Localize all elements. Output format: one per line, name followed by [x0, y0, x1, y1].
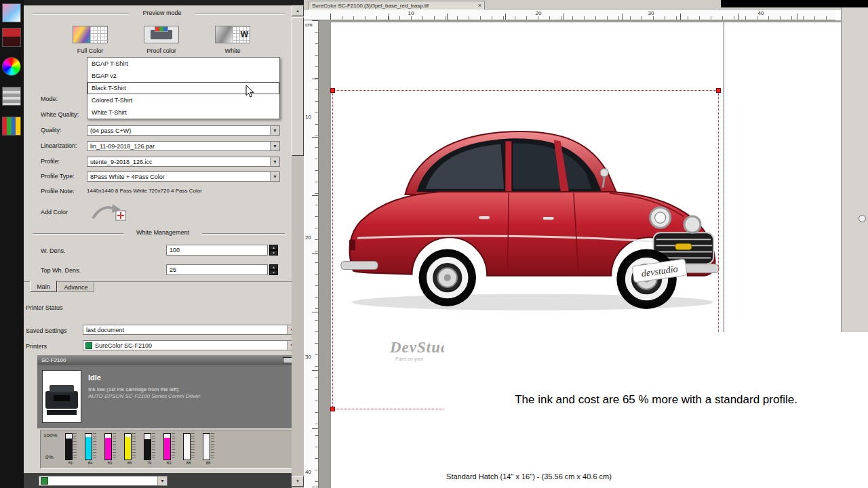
ink-scale-ticks: [172, 433, 175, 460]
add-color-label: Add Color: [41, 209, 68, 216]
circle-icon[interactable]: [859, 215, 866, 222]
green-swatch-icon: [41, 477, 48, 485]
selection-handle[interactable]: [330, 88, 335, 93]
printer-icon: [283, 357, 292, 363]
ink-level-label: 79: [147, 461, 152, 465]
printer-photo: [42, 370, 81, 423]
full-color-preview-button[interactable]: [73, 26, 108, 43]
ink-scale-ticks: [152, 433, 155, 460]
profile-value: utente_9-2018_126.icc: [87, 159, 270, 165]
profile-type-select[interactable]: 8Pass White + 4Pass Color ▼: [87, 171, 280, 182]
ink-scale-ticks: [191, 433, 195, 460]
panel-top-strip: [24, 0, 304, 5]
profile-type-value: 8Pass White + 4Pass Color: [87, 174, 270, 180]
image-tool-icon[interactable]: [2, 28, 21, 47]
ink-level-label: 83: [167, 461, 172, 465]
proof-color-label: Proof color: [144, 47, 179, 54]
photo-tool-icon[interactable]: [2, 3, 21, 22]
ink-channel: 88: [201, 433, 216, 465]
white-management-title: White Management: [123, 229, 202, 236]
printer-state-detail: Ink low (1st ink cartridge from the left…: [88, 386, 178, 392]
linearization-value: lin_11-09-2018_126.par: [87, 143, 270, 150]
proof-color-preview-button[interactable]: [144, 26, 179, 43]
printers-value: SureColor SC-F2100: [92, 342, 287, 349]
grayscale-thumbnail-icon: [216, 26, 233, 43]
profile-note-label: Profile Note:: [41, 188, 75, 195]
dropdown-item[interactable]: BGAP T-Shirt: [87, 58, 279, 70]
ink-scale-top: 100%: [43, 432, 57, 439]
palette-tool-icon[interactable]: [2, 117, 21, 136]
top-right-black-bar: [721, 0, 868, 7]
chevron-down-icon[interactable]: ▼: [270, 172, 279, 181]
spin-up-icon[interactable]: ▲: [269, 245, 278, 250]
ink-channel: 81: [63, 433, 78, 465]
full-color-thumbnail-icon: [73, 26, 90, 43]
v-ruler-tick: 10: [305, 114, 317, 120]
ink-channel: 79: [142, 433, 157, 465]
printer-state: Idle: [88, 373, 101, 382]
ink-scale-ticks: [211, 433, 214, 460]
saved-settings-select[interactable]: last document ▼: [83, 325, 297, 335]
ink-channel: 88: [181, 433, 196, 465]
white-preview-button[interactable]: W: [215, 26, 250, 43]
top-wh-dens-spinner[interactable]: ▲ ▼: [269, 264, 278, 275]
h-ruler-tick: 20: [532, 10, 545, 16]
ink-level-label: 81: [68, 461, 73, 465]
ink-level-bar: [203, 433, 210, 460]
ink-level-label: 84: [88, 461, 93, 465]
scroll-up-icon[interactable]: ▲: [292, 5, 304, 16]
ink-level-bar: [163, 433, 171, 460]
w-dens-spinner[interactable]: ▲ ▼: [269, 245, 278, 256]
profile-type-label: Profile Type:: [41, 173, 75, 180]
printer-driver: AUTO EPSON SC-F2100 Series Comm Driver: [88, 393, 200, 399]
ink-level-bar: [85, 433, 92, 460]
spin-up-icon[interactable]: ▲: [269, 264, 278, 270]
document-tab[interactable]: SureColor SC-F2100:(3)Opel_base_red_tras…: [309, 1, 485, 9]
close-icon[interactable]: ×: [478, 2, 481, 9]
chevron-down-icon[interactable]: ▼: [270, 126, 279, 135]
chevron-down-icon[interactable]: ▼: [270, 142, 279, 150]
ink-level-bar: [183, 433, 191, 460]
spin-down-icon[interactable]: ▼: [269, 270, 278, 275]
spin-down-icon[interactable]: ▼: [269, 250, 278, 256]
quality-select[interactable]: (04 pass C+W) ▼: [87, 125, 280, 136]
panel-scrollbar[interactable]: ▲ ▼: [292, 5, 304, 488]
profile-select[interactable]: utente_9-2018_126.icc ▼: [87, 157, 280, 167]
selection-handle[interactable]: [330, 407, 335, 411]
color-wheel-tool-icon[interactable]: [2, 57, 21, 76]
scrollbar-thumb[interactable]: [292, 17, 304, 156]
dropdown-item[interactable]: White T-Shirt: [87, 106, 279, 119]
tab-main[interactable]: Main: [30, 281, 57, 292]
quality-value: (04 pass C+W): [87, 127, 270, 134]
caption-overlay: The ink and cost are 65 % more with a st…: [444, 332, 868, 488]
layers-tool-icon[interactable]: [2, 87, 21, 106]
ink-levels-panel: 100% 0% 8184838679838888: [40, 430, 294, 469]
ink-bars: 8184838679838888: [63, 433, 216, 465]
dropdown-item[interactable]: BGAP v2: [87, 70, 279, 82]
ruler-unit: cm: [305, 22, 317, 28]
h-ruler-tick: 10: [404, 10, 418, 16]
ink-level-bar: [104, 433, 112, 460]
horizontal-ruler: 10 20 30 40: [304, 9, 835, 20]
w-dens-input[interactable]: 100: [166, 245, 268, 256]
chevron-down-icon[interactable]: ▼: [270, 157, 279, 166]
add-color-icon[interactable]: [90, 202, 128, 222]
preview-mode-title: Preview mode: [129, 9, 195, 16]
top-wh-dens-input[interactable]: 25: [166, 264, 268, 275]
left-toolbar: [0, 0, 24, 488]
ink-level-label: 88: [186, 461, 191, 465]
ink-scale-ticks: [73, 433, 77, 460]
document-tab-title: SureColor SC-F2100:(3)Opel_base_red_tras…: [312, 3, 475, 9]
color-profile-select[interactable]: ▼: [39, 476, 167, 486]
printers-select[interactable]: SureColor SC-F2100 ▼: [83, 340, 297, 350]
tab-advance[interactable]: Advance: [58, 282, 94, 292]
linearization-select[interactable]: lin_11-09-2018_126.par ▼: [87, 141, 280, 151]
ink-channel: 84: [83, 433, 98, 465]
ink-scale-ticks: [93, 433, 96, 460]
ink-channel: 86: [122, 433, 137, 465]
scroll-down-icon[interactable]: ▼: [292, 476, 304, 487]
selection-handle[interactable]: [716, 88, 721, 93]
chevron-down-icon[interactable]: ▼: [157, 476, 167, 485]
w-dens-label: W. Dens.: [41, 247, 66, 254]
w-dens-value: 100: [170, 247, 180, 253]
